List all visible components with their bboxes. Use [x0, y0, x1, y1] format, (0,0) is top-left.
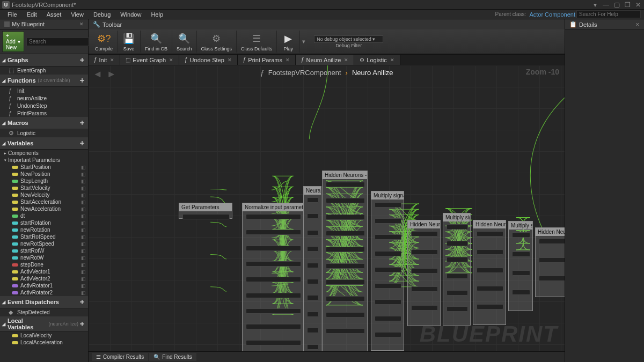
blueprint-node[interactable]: [246, 324, 301, 329]
item-menu-icon[interactable]: ◧: [81, 283, 86, 289]
blueprint-canvas[interactable]: ◄ ► ƒ FootstepVRComponent › Neuro Aniliz…: [89, 65, 565, 351]
tab-init[interactable]: ƒInit✕: [89, 55, 120, 65]
blueprint-node[interactable]: [411, 268, 438, 274]
blueprint-node[interactable]: [246, 308, 301, 314]
item-menu-icon[interactable]: ◧: [81, 186, 86, 191]
variable-dt[interactable]: dt◧: [0, 212, 88, 219]
toolbar-tab[interactable]: 🔧Toolbar: [89, 19, 142, 29]
blueprint-node[interactable]: [375, 218, 401, 224]
tab-undone-step[interactable]: ƒUndone Step✕: [179, 55, 238, 65]
blueprint-node[interactable]: [512, 270, 530, 276]
blueprint-node[interactable]: [447, 224, 468, 230]
blueprint-node[interactable]: [512, 290, 530, 295]
tab-event-graph[interactable]: ⬚Event Graph✕: [120, 55, 179, 65]
variable-newacceleration[interactable]: NewAcceleration◧: [0, 205, 88, 212]
add-macro-icon[interactable]: ＋: [78, 118, 86, 128]
blueprint-node[interactable]: [411, 305, 438, 311]
section-variables[interactable]: ◢Variables＋: [0, 137, 88, 150]
blueprint-node[interactable]: [307, 295, 319, 300]
save-button[interactable]: 💾Save: [118, 31, 141, 53]
details-tab[interactable]: 📋 Details ✕: [565, 19, 644, 30]
menu-help[interactable]: Help: [147, 11, 167, 18]
add-dispatcher-icon[interactable]: ＋: [78, 297, 86, 307]
variable-activrotator1[interactable]: ActivRotator1◧: [0, 282, 88, 289]
function-undonestep[interactable]: ƒUndoneStep: [0, 102, 88, 109]
variable-startrotation[interactable]: startRotation◧: [0, 219, 88, 226]
tab-neuro-anilize[interactable]: ƒNeuro Anilize✕: [296, 55, 354, 65]
compiler-results-tab[interactable]: ☰Compiler Results: [92, 353, 148, 361]
item-menu-icon[interactable]: ◧: [81, 255, 86, 261]
comment-box[interactable]: Multiply signals by Neural Link Weights: [371, 191, 404, 351]
variable-activvector2[interactable]: ActivVector2◧: [0, 275, 88, 282]
blueprint-node[interactable]: [326, 279, 365, 285]
blueprint-node[interactable]: [375, 202, 401, 208]
variable-startacceleration[interactable]: StartAcceleration◧: [0, 198, 88, 205]
comment-box[interactable]: Get Parameters: [179, 203, 232, 219]
blueprint-node[interactable]: [307, 263, 319, 268]
variable-newrotw[interactable]: newRotW◧: [0, 254, 88, 261]
nav-forward-icon[interactable]: ►: [107, 69, 116, 80]
function-neuroanilize[interactable]: ƒneuroAnilize: [0, 94, 88, 102]
comment-box[interactable]: Normalize input parameters: [242, 203, 304, 351]
section-macros[interactable]: ◢Macros＋: [0, 117, 88, 129]
variable-startposition[interactable]: StartPosition◧: [0, 164, 88, 171]
variable-startrotw[interactable]: startRotW◧: [0, 247, 88, 254]
add-variable-icon[interactable]: ＋: [78, 138, 86, 148]
variable-startrotspeed[interactable]: StartRotSpeed◧: [0, 233, 88, 240]
dispatcher-stepdetected[interactable]: ◆StepDetected: [0, 308, 88, 316]
item-menu-icon[interactable]: ◧: [81, 269, 86, 275]
blueprint-node[interactable]: [375, 316, 401, 321]
minimize-icon[interactable]: —: [602, 1, 610, 9]
variable-newrotation[interactable]: newRotation◧: [0, 226, 88, 233]
play-dropdown-icon[interactable]: ▾: [302, 38, 305, 45]
item-menu-icon[interactable]: ◧: [81, 262, 86, 268]
blueprint-node[interactable]: [539, 276, 565, 281]
blueprint-node[interactable]: [375, 267, 401, 272]
blueprint-node[interactable]: [512, 252, 530, 257]
comment-box[interactable]: Neural network inputs multiply by Neural…: [303, 186, 321, 351]
play-button[interactable]: ▶Play: [277, 31, 300, 53]
blueprint-node[interactable]: [307, 213, 319, 219]
menu-window[interactable]: Window: [116, 11, 145, 18]
blueprint-node[interactable]: [246, 246, 301, 251]
find-results-tab[interactable]: 🔍Find Results: [149, 353, 196, 361]
debug-object-select[interactable]: No debug object selected ▾: [314, 35, 383, 43]
localvar-localvelocity[interactable]: LocalVelocity: [0, 332, 88, 339]
add-new-button[interactable]: + Add New▾: [2, 31, 24, 52]
search-button[interactable]: 🔍Search: [172, 31, 197, 53]
blueprint-node[interactable]: [447, 257, 468, 262]
close-icon[interactable]: ✕: [634, 1, 642, 9]
variable-startvelocity[interactable]: StartVelocity◧: [0, 184, 88, 191]
item-menu-icon[interactable]: ◧: [81, 179, 86, 184]
blueprint-node[interactable]: [447, 290, 468, 295]
blueprint-node[interactable]: [477, 304, 503, 309]
item-menu-icon[interactable]: ◧: [81, 241, 86, 247]
blueprint-node[interactable]: [375, 251, 401, 256]
variable-newrotspeed[interactable]: newRotSpeed◧: [0, 240, 88, 247]
blueprint-node[interactable]: [326, 312, 365, 317]
nav-back-icon[interactable]: ◄: [93, 69, 103, 80]
item-menu-icon[interactable]: ◧: [81, 227, 86, 233]
variable-stepdone[interactable]: stepDone◧: [0, 261, 88, 268]
function-init[interactable]: ƒInit: [0, 87, 88, 94]
blueprint-node[interactable]: [326, 231, 365, 236]
item-menu-icon[interactable]: ◧: [81, 276, 86, 282]
variable-activvector1[interactable]: ActivVector1◧: [0, 268, 88, 275]
close-icon[interactable]: ✕: [635, 22, 640, 27]
blueprint-node[interactable]: [512, 232, 530, 238]
blueprint-node[interactable]: [477, 268, 503, 273]
maximize-icon[interactable]: ▢: [613, 1, 620, 9]
menu-edit[interactable]: Edit: [23, 11, 41, 18]
blueprint-node[interactable]: [326, 215, 365, 220]
section-dispatchers[interactable]: ◢Event Dispatchers＋: [0, 296, 88, 308]
section-functions[interactable]: ◢Functions(2 Overridable)＋: [0, 75, 88, 87]
tab-print-params[interactable]: ƒPrint Params✕: [238, 55, 296, 65]
tab-logistic[interactable]: ⚙Logistic✕: [354, 55, 400, 65]
close-icon[interactable]: ✕: [390, 57, 394, 63]
close-icon[interactable]: ✕: [169, 57, 173, 63]
item-menu-icon[interactable]: ◧: [81, 220, 86, 226]
blueprint-node[interactable]: [447, 274, 468, 279]
blueprint-node[interactable]: [307, 230, 319, 235]
comment-box[interactable]: Hidden Neurons - Layer 2: [407, 220, 441, 326]
item-menu-icon[interactable]: ◧: [81, 290, 86, 295]
